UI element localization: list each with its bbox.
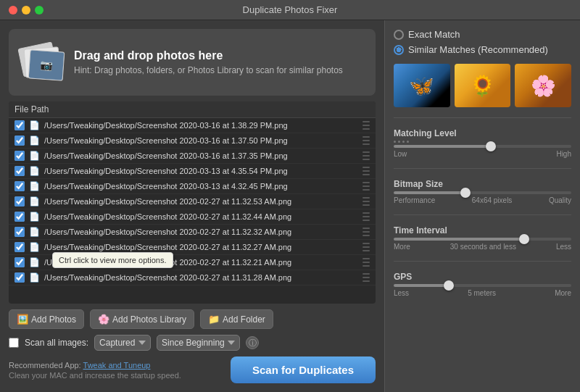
scan-button[interactable]: Scan for Duplicates bbox=[231, 356, 376, 383]
file-name: /Users/Tweaking/Desktop/Screenshot 2020-… bbox=[44, 121, 288, 130]
drop-zone-hint: Hint: Drag photos, folders, or Photos Li… bbox=[74, 65, 343, 75]
time-interval-section: Time Interval More 30 seconds and less L… bbox=[394, 225, 571, 251]
drop-zone-heading: Drag and drop photos here bbox=[74, 49, 343, 62]
match-type-section: Exact Match Similar Matches (Recommended… bbox=[394, 29, 571, 55]
file-list-container: File Path 📄/Users/Tweaking/Desktop/Scree… bbox=[9, 101, 376, 304]
file-type-icon: 📄 bbox=[29, 166, 40, 176]
add-library-label: Add Photos Library bbox=[112, 314, 186, 325]
file-type-icon: 📄 bbox=[29, 212, 40, 222]
file-type-icon: 📄 bbox=[29, 181, 40, 191]
file-name: /Users/Tweaking/Desktop/Screenshot 2020-… bbox=[44, 136, 288, 145]
file-row: 📄/Users/Tweaking/Desktop/Screenshot 2020… bbox=[9, 255, 376, 270]
time-interval-slider[interactable] bbox=[394, 238, 571, 241]
drag-handle bbox=[362, 166, 370, 176]
matching-level-label: Matching Level bbox=[394, 128, 571, 138]
info-button[interactable]: ⓘ bbox=[246, 336, 259, 349]
scan-options: Scan all images: Captured Modified Creat… bbox=[9, 335, 376, 351]
exact-match-label: Exact Match bbox=[408, 29, 460, 40]
file-type-icon: 📄 bbox=[29, 272, 40, 283]
bitmap-size-center: 64x64 pixels bbox=[472, 196, 513, 204]
divider2 bbox=[394, 168, 571, 169]
file-name: /Users/Tweaking/Desktop/Screenshot 2020-… bbox=[44, 197, 291, 206]
file-name: /Users/Tweaking/Desktop/Screenshot 2020-… bbox=[44, 273, 291, 282]
file-row: 📄/Users/Tweaking/Desktop/Screenshot 2020… bbox=[9, 164, 376, 179]
close-button[interactable] bbox=[9, 6, 17, 14]
drag-handle bbox=[362, 135, 370, 146]
bitmap-size-right: Quality bbox=[549, 196, 571, 204]
time-interval-labels: More 30 seconds and less Less bbox=[394, 243, 571, 251]
file-checkbox[interactable] bbox=[14, 151, 25, 161]
file-type-icon: 📄 bbox=[29, 135, 40, 146]
file-row: 📄/Users/Tweaking/Desktop/Screenshot 2020… bbox=[9, 209, 376, 225]
gps-labels: Less 5 meters More bbox=[394, 289, 571, 297]
add-folder-button[interactable]: 📁 Add Folder bbox=[200, 309, 273, 329]
drag-handle bbox=[362, 120, 370, 130]
file-row: 📄/Users/Tweaking/Desktop/Screenshot 2020… bbox=[9, 194, 376, 209]
file-checkbox[interactable] bbox=[14, 196, 25, 207]
file-checkbox[interactable] bbox=[14, 272, 25, 283]
add-folder-icon: 📁 bbox=[208, 314, 220, 325]
minimize-button[interactable] bbox=[22, 6, 30, 14]
file-checkbox[interactable] bbox=[14, 257, 25, 267]
drop-zone-text: Drag and drop photos here Hint: Drag pho… bbox=[74, 49, 343, 75]
recommended-link[interactable]: Tweak and Tuneup bbox=[83, 361, 151, 370]
time-interval-right: Less bbox=[556, 243, 571, 251]
file-checkbox[interactable] bbox=[14, 227, 25, 237]
matching-level-labels: Low High bbox=[394, 150, 571, 158]
captured-dropdown[interactable]: Captured Modified Created bbox=[94, 335, 151, 351]
file-type-icon: 📄 bbox=[29, 151, 40, 161]
matching-level-slider[interactable] bbox=[394, 145, 571, 148]
file-name: /Users/Tweaking/Desktop/Screenshot 2020-… bbox=[44, 151, 288, 160]
bitmap-size-slider[interactable] bbox=[394, 191, 571, 194]
file-row: 📄/Users/Tweaking/Desktop/Screenshot 2020… bbox=[9, 270, 376, 285]
add-photos-button[interactable]: 🖼️ Add Photos bbox=[9, 309, 84, 329]
gps-slider[interactable] bbox=[394, 284, 571, 287]
file-checkbox[interactable] bbox=[14, 181, 25, 191]
file-type-icon: 📄 bbox=[29, 196, 40, 207]
similar-match-row[interactable]: Similar Matches (Recommended) bbox=[394, 44, 571, 55]
bottom-controls: 🖼️ Add Photos 🌸 Add Photos Library 📁 Add… bbox=[9, 309, 376, 329]
drop-zone[interactable]: 📷 Drag and drop photos here Hint: Drag p… bbox=[9, 29, 376, 96]
time-interval-left: More bbox=[394, 243, 410, 251]
bitmap-size-labels: Performance 64x64 pixels Quality bbox=[394, 196, 571, 204]
photo-icon: 📷 bbox=[20, 41, 64, 84]
file-checkbox[interactable] bbox=[14, 120, 25, 130]
file-list-header: File Path bbox=[9, 101, 376, 118]
exact-match-row[interactable]: Exact Match bbox=[394, 29, 571, 40]
drag-handle bbox=[362, 257, 370, 267]
drag-handle bbox=[362, 227, 370, 237]
file-name: /Users/Tweaking/Desktop/Screenshot 2020-… bbox=[44, 243, 291, 251]
window-controls bbox=[9, 6, 44, 14]
file-checkbox[interactable] bbox=[14, 135, 25, 146]
file-type-icon: 📄 bbox=[29, 257, 40, 267]
add-photos-label: Add Photos bbox=[31, 314, 76, 325]
scan-all-checkbox[interactable] bbox=[9, 338, 19, 348]
main-container: 📷 Drag and drop photos here Hint: Drag p… bbox=[0, 20, 580, 392]
file-row: 📄/Users/Tweaking/Desktop/Screenshot 2020… bbox=[9, 149, 376, 164]
similar-match-label: Similar Matches (Recommended) bbox=[408, 44, 548, 55]
file-row: 📄/Users/Tweaking/Desktop/Screenshot 2020… bbox=[9, 118, 376, 133]
tooltip: Ctrl click to view more options. bbox=[52, 252, 173, 268]
recommended-prefix: Recommended App: bbox=[9, 361, 81, 370]
since-beginning-dropdown[interactable]: Since Beginning Last Week Last Month Las… bbox=[157, 335, 240, 351]
file-list-body[interactable]: 📄/Users/Tweaking/Desktop/Screenshot 2020… bbox=[9, 118, 376, 304]
similar-match-radio[interactable] bbox=[394, 45, 404, 55]
drag-handle bbox=[362, 212, 370, 222]
maximize-button[interactable] bbox=[35, 6, 44, 14]
photo-card-front: 📷 bbox=[28, 49, 65, 80]
preview-sunflower2 bbox=[515, 64, 571, 107]
matching-level-high: High bbox=[556, 150, 571, 158]
exact-match-radio[interactable] bbox=[394, 30, 404, 40]
file-checkbox[interactable] bbox=[14, 212, 25, 222]
recommended-section: Recommended App: Tweak and Tuneup Clean … bbox=[9, 361, 181, 380]
add-library-button[interactable]: 🌸 Add Photos Library bbox=[90, 309, 194, 329]
file-checkbox[interactable] bbox=[14, 242, 25, 252]
titlebar: Duplicate Photos Fixer bbox=[0, 0, 580, 20]
matching-level-low: Low bbox=[394, 150, 407, 158]
preview-sunflower bbox=[455, 64, 511, 107]
left-panel: 📷 Drag and drop photos here Hint: Drag p… bbox=[0, 20, 384, 392]
drag-handle bbox=[362, 151, 370, 161]
window-title: Duplicate Photos Fixer bbox=[243, 4, 338, 15]
file-name: /Users/Tweaking/Desktop/Screenshot 2020-… bbox=[44, 212, 291, 221]
file-checkbox[interactable] bbox=[14, 166, 25, 176]
